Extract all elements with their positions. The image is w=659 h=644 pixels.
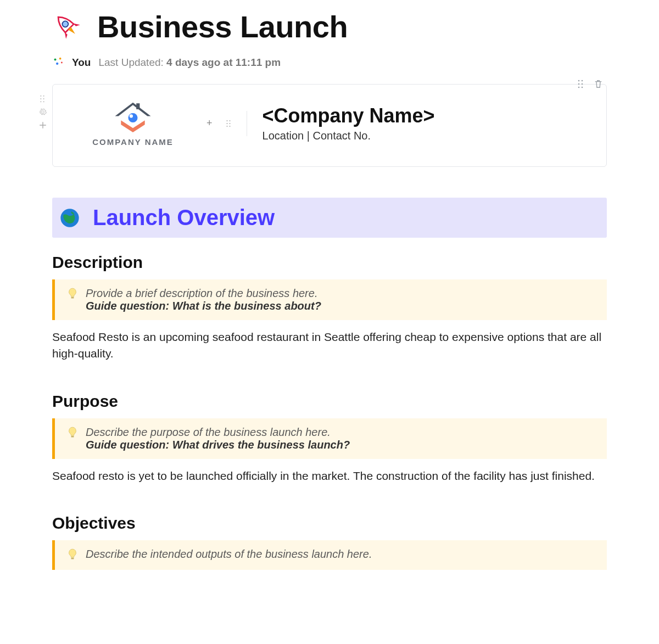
globe-icon xyxy=(59,207,81,229)
svg-point-24 xyxy=(226,126,227,127)
svg-point-8 xyxy=(582,83,583,85)
company-block: COMPANY NAME + <Company Name> Location |… xyxy=(52,84,607,167)
svg-point-15 xyxy=(40,101,41,102)
callout-hint: Provide a brief description of the busin… xyxy=(86,287,321,300)
divider xyxy=(247,111,247,136)
callout-guide: Guide question: What drives the business… xyxy=(86,439,350,451)
plus-icon[interactable] xyxy=(39,121,47,129)
meta-row: You Last Updated: 4 days ago at 11:11 pm xyxy=(52,57,607,69)
svg-point-12 xyxy=(43,96,44,97)
svg-rect-29 xyxy=(71,558,74,559)
svg-point-6 xyxy=(582,80,583,82)
svg-point-16 xyxy=(43,101,44,102)
svg-point-4 xyxy=(61,62,63,64)
svg-point-13 xyxy=(40,98,41,99)
svg-point-18 xyxy=(128,113,137,122)
lightbulb-icon xyxy=(67,548,78,562)
section-banner-overview: Launch Overview xyxy=(52,198,607,238)
heading-description[interactable]: Description xyxy=(52,253,607,272)
body-purpose[interactable]: Seafood resto is yet to be launched offi… xyxy=(52,468,607,484)
callout-description[interactable]: Provide a brief description of the busin… xyxy=(52,279,607,320)
last-updated-prefix: Last Updated: xyxy=(98,57,166,68)
svg-point-2 xyxy=(59,58,62,60)
svg-point-10 xyxy=(582,87,583,88)
svg-point-14 xyxy=(43,98,44,99)
company-name-field[interactable]: <Company Name> xyxy=(263,104,435,127)
lightbulb-icon xyxy=(67,426,78,440)
trash-icon[interactable] xyxy=(594,80,602,88)
logo-caption: COMPANY NAME xyxy=(92,137,174,147)
drag-handle-icon[interactable] xyxy=(226,120,231,127)
svg-point-19 xyxy=(130,114,133,117)
confetti-icon xyxy=(52,57,64,69)
author-label[interactable]: You xyxy=(72,57,91,69)
svg-point-21 xyxy=(229,120,230,121)
svg-rect-28 xyxy=(71,436,74,438)
callout-purpose[interactable]: Describe the purpose of the business lau… xyxy=(52,418,607,459)
drag-handle-icon[interactable] xyxy=(577,80,584,88)
svg-rect-27 xyxy=(71,297,74,299)
heading-objectives[interactable]: Objectives xyxy=(52,514,607,533)
svg-point-11 xyxy=(40,96,41,97)
callout-objectives[interactable]: Describe the intended outputs of the bus… xyxy=(52,540,607,570)
svg-point-22 xyxy=(226,123,227,124)
company-subtitle-field[interactable]: Location | Contact No. xyxy=(263,130,435,142)
svg-point-20 xyxy=(226,120,227,121)
last-updated: Last Updated: 4 days ago at 11:11 pm xyxy=(98,57,281,69)
heading-purpose[interactable]: Purpose xyxy=(52,392,607,411)
svg-point-9 xyxy=(578,87,580,88)
company-logo[interactable]: COMPANY NAME xyxy=(72,100,193,147)
callout-hint: Describe the purpose of the business lau… xyxy=(86,426,350,439)
svg-point-1 xyxy=(54,58,56,60)
lightbulb-icon xyxy=(67,287,78,301)
callout-hint: Describe the intended outputs of the bus… xyxy=(86,548,372,561)
gear-icon[interactable] xyxy=(39,108,47,116)
section-title-overview[interactable]: Launch Overview xyxy=(93,205,275,230)
body-description[interactable]: Seafood Resto is an upcoming seafood res… xyxy=(52,329,607,362)
page-title[interactable]: Business Launch xyxy=(97,9,348,44)
svg-point-7 xyxy=(578,83,580,85)
svg-point-25 xyxy=(229,126,230,127)
svg-point-3 xyxy=(56,63,58,65)
svg-point-5 xyxy=(578,80,580,82)
drag-handle-icon[interactable] xyxy=(39,95,47,103)
svg-rect-17 xyxy=(136,103,139,109)
plus-icon[interactable]: + xyxy=(206,117,213,129)
company-card[interactable]: COMPANY NAME + <Company Name> Location |… xyxy=(52,84,607,167)
page-header: Business Launch xyxy=(52,9,607,44)
rocket-icon xyxy=(52,11,84,43)
svg-point-23 xyxy=(229,123,230,124)
last-updated-value: 4 days ago at 11:11 pm xyxy=(166,57,281,68)
callout-guide: Guide question: What is the business abo… xyxy=(86,300,321,312)
